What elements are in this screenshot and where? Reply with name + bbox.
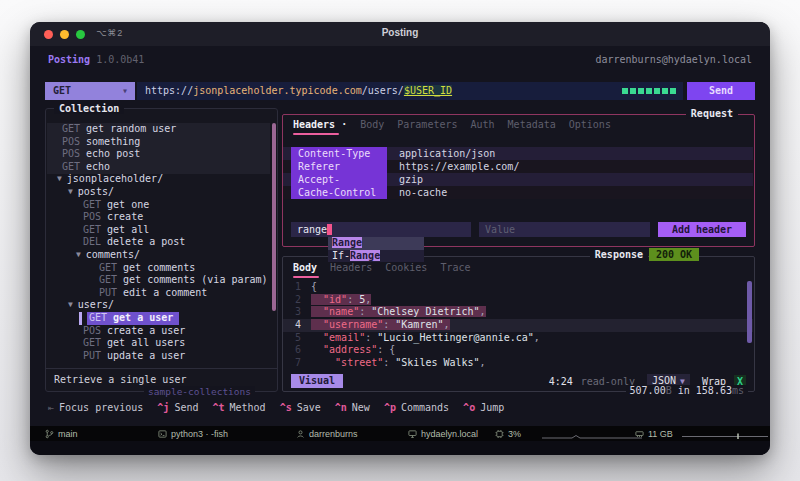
editor-line: 5 "email": "Lucio_Hettinger@annie.ca", xyxy=(283,332,753,345)
trace-block xyxy=(662,88,668,94)
keybinding[interactable]: ^nNew xyxy=(335,402,370,413)
send-button[interactable]: Send xyxy=(687,82,755,100)
autocomplete-item[interactable]: Range xyxy=(328,237,424,250)
keybinding[interactable]: ^pCommands xyxy=(384,402,449,413)
header-row[interactable]: Content-Typeapplication/json xyxy=(283,147,753,160)
collection-folder[interactable]: ▼users/ xyxy=(47,299,270,312)
request-tab-headers[interactable]: Headers · xyxy=(293,119,347,130)
add-header-row: range Value Add header xyxy=(291,222,746,237)
selection: "id": 5, xyxy=(311,294,371,305)
status-segment-label: 3% xyxy=(508,429,521,439)
request-method: PUT xyxy=(99,287,117,300)
keybinding-key: ^p xyxy=(384,402,396,413)
collection-item[interactable]: GETget comments xyxy=(47,262,270,275)
trace-block xyxy=(654,88,660,94)
request-name: get all xyxy=(107,224,149,237)
host-icon xyxy=(408,429,417,439)
collection-item[interactable]: GETget all users xyxy=(47,337,270,350)
request-name: get comments xyxy=(123,262,195,275)
editor-line: 7 "street": "Skiles Walks", xyxy=(283,357,753,370)
line-number: 2 xyxy=(283,294,301,307)
collection-folder[interactable]: ▼posts/ xyxy=(47,186,270,199)
keybinding-label: Jump xyxy=(480,402,504,413)
collection-item[interactable]: GETget all xyxy=(47,224,270,237)
editor-scrollbar[interactable] xyxy=(747,281,752,343)
collection-item[interactable]: POScreate a user xyxy=(47,325,270,338)
collection-item-selected[interactable]: GETget a user xyxy=(47,312,270,325)
collection-folder[interactable]: ▼jsonplaceholder/ xyxy=(47,173,270,186)
url-domain: jsonplaceholder.typicode.com xyxy=(193,85,362,96)
request-method: GET xyxy=(62,161,80,174)
autocomplete-item[interactable]: If-Range xyxy=(328,250,424,263)
request-name: get random user xyxy=(86,123,176,136)
line-number: 3 xyxy=(283,306,301,319)
collection-source-label: sample-collections xyxy=(144,386,255,397)
method-label: GET xyxy=(53,85,71,96)
keybinding-key: ^j xyxy=(157,402,169,413)
header-row[interactable]: Refererhttps://example.com/ xyxy=(283,160,753,173)
header-value-input[interactable]: Value xyxy=(479,222,650,237)
response-tab-headers[interactable]: Headers xyxy=(330,262,372,273)
collection-folder[interactable]: ▼comments/ xyxy=(47,249,270,262)
header-value: https://example.com/ xyxy=(399,160,519,173)
response-tab-cookies[interactable]: Cookies xyxy=(385,262,427,273)
collection-item[interactable]: DELdelete a post xyxy=(47,236,270,249)
request-tab-body[interactable]: Body xyxy=(360,119,384,130)
header-key: Accept-Encoding xyxy=(291,173,387,186)
window-title: Posting xyxy=(30,27,770,38)
selection: "username": "Kamren", xyxy=(311,319,450,330)
keybinding[interactable]: ^tMethod xyxy=(212,402,265,413)
collection-item[interactable]: GETget one xyxy=(47,199,270,212)
request-tab-options[interactable]: Options xyxy=(569,119,611,130)
status-segment-label: 11 GB xyxy=(648,429,673,439)
method-select[interactable]: GET ▾ xyxy=(45,82,135,100)
keybinding[interactable]: ⇤Focus previous xyxy=(48,402,143,413)
request-name: create a user xyxy=(107,325,185,338)
trace-block xyxy=(622,88,628,94)
terminal-status-bar: mainpython3 · -fishdarrenburnshydaelyn.l… xyxy=(30,426,770,441)
header-autocomplete: RangeIf-Range xyxy=(328,237,424,262)
request-method: DEL xyxy=(83,236,101,249)
header-row[interactable]: Accept-Encodinggzip xyxy=(283,173,753,186)
request-tab-metadata[interactable]: Metadata xyxy=(508,119,556,130)
collection-item[interactable]: POSecho post xyxy=(47,148,270,161)
url-input[interactable]: https://jsonplaceholder.typicode.com/use… xyxy=(137,82,683,100)
status-segment-shell: python3 · -fish xyxy=(158,426,228,441)
request-name: update a user xyxy=(107,350,185,363)
response-tab-body[interactable]: Body xyxy=(293,262,317,273)
collection-item[interactable]: GETget comments (via param) xyxy=(47,274,270,287)
request-method: GET xyxy=(83,224,101,237)
collection-tree: GETget random userPOSsomethingPOSecho po… xyxy=(47,123,270,362)
url-path: /users/ xyxy=(362,85,404,96)
collection-scrollbar[interactable] xyxy=(272,123,276,311)
status-segment-host: hydaelyn.local xyxy=(408,426,478,441)
keybinding[interactable]: ^sSave xyxy=(280,402,321,413)
request-name: edit a comment xyxy=(123,287,207,300)
collection-item[interactable]: POSsomething xyxy=(47,136,270,149)
app-version: 1.0.0b41 xyxy=(96,54,144,65)
header-row[interactable]: Cache-Controlno-cache xyxy=(283,186,753,199)
autocomplete-prefix: If- xyxy=(332,250,350,261)
request-method: POS xyxy=(62,136,80,149)
request-method: PUT xyxy=(83,350,101,363)
collection-item[interactable]: PUTedit a comment xyxy=(47,287,270,300)
keybinding[interactable]: ^oJump xyxy=(463,402,504,413)
collection-item[interactable]: GETget random user xyxy=(47,123,270,136)
add-header-button[interactable]: Add header xyxy=(658,222,746,237)
editor-mode-badge: Visual xyxy=(291,374,343,388)
header-name-input[interactable]: range xyxy=(291,222,471,237)
response-tab-trace[interactable]: Trace xyxy=(440,262,470,273)
collection-item[interactable]: PUTupdate a user xyxy=(47,350,270,363)
keybinding[interactable]: ^jSend xyxy=(157,402,198,413)
header-key: Referer xyxy=(291,160,387,173)
request-tab-auth[interactable]: Auth xyxy=(471,119,495,130)
app-header: Posting1.0.0b41 darrenburns@hydaelyn.loc… xyxy=(48,54,752,68)
app-window: ⌥⌘2 Posting Posting1.0.0b41 darrenburns@… xyxy=(30,22,770,455)
request-tab-parameters[interactable]: Parameters xyxy=(397,119,457,130)
keybinding-key: ^t xyxy=(212,402,224,413)
request-name: something xyxy=(86,136,140,149)
status-segment-memory: 11 GB xyxy=(635,426,673,441)
response-body-editor[interactable]: 1{2 "id": 5,3 "name": "Chelsey Dietrich"… xyxy=(283,281,753,370)
collection-item[interactable]: GETecho xyxy=(47,161,270,174)
collection-item[interactable]: POScreate xyxy=(47,211,270,224)
